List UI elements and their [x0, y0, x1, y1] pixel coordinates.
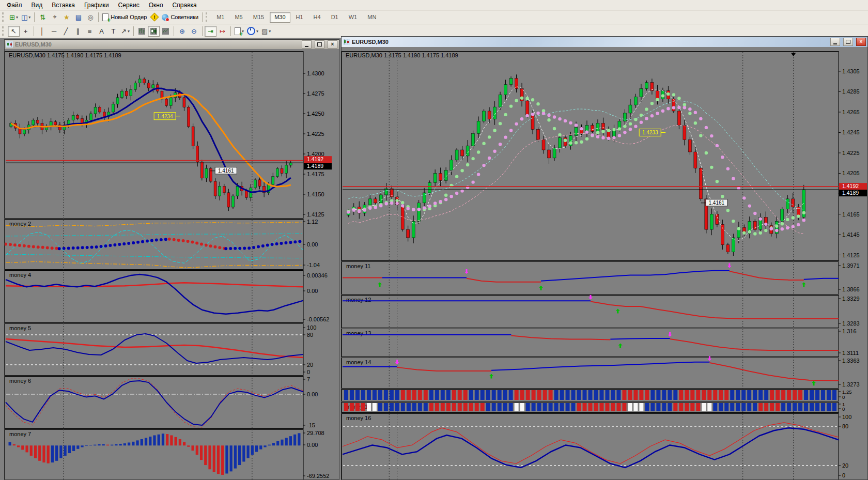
- svg-text:1.4265: 1.4265: [842, 109, 860, 115]
- text-tool-button[interactable]: A: [96, 26, 107, 37]
- expert-enable-button[interactable]: !: [148, 12, 160, 23]
- label-tool-icon: T: [112, 27, 116, 35]
- panel-money6[interactable]: [5, 377, 304, 429]
- terminal-button[interactable]: ▤: [72, 12, 84, 23]
- restore-button[interactable]: [315, 40, 324, 49]
- trendline-button[interactable]: ╱: [60, 26, 72, 37]
- svg-text:1.4305: 1.4305: [842, 68, 860, 74]
- timeframe-m30[interactable]: M30: [270, 12, 290, 23]
- candlestick-chart-button[interactable]: [148, 26, 160, 37]
- panel-main[interactable]: [342, 52, 839, 261]
- close-button[interactable]: ×: [856, 38, 866, 46]
- indicators-button[interactable]: +▾: [233, 26, 245, 37]
- svg-text:1.4192: 1.4192: [842, 183, 859, 189]
- toolbar-grip[interactable]: [2, 26, 6, 36]
- panel-money14[interactable]: [342, 358, 839, 389]
- chart-shift-button[interactable]: ↦: [216, 26, 228, 37]
- arrows-tool-icon: ↗: [121, 27, 127, 35]
- svg-text:1.4125: 1.4125: [307, 211, 324, 218]
- svg-text:1.4175: 1.4175: [307, 171, 324, 177]
- strategy-tester-button[interactable]: ◎: [84, 12, 96, 23]
- vertical-line-button[interactable]: │: [36, 26, 48, 37]
- new-chart-button[interactable]: ⊞▾: [8, 12, 20, 23]
- strategy-tester-icon: ◎: [87, 13, 93, 21]
- window-titlebar[interactable]: EURUSD,M30 ×: [342, 37, 867, 47]
- toolbar-separator: [230, 26, 231, 36]
- warning-icon: !: [150, 13, 159, 22]
- svg-text:0.00: 0.00: [307, 288, 318, 294]
- svg-text:20: 20: [842, 462, 848, 469]
- menu-item-view[interactable]: Вид: [27, 1, 48, 9]
- panel-money5[interactable]: [5, 324, 304, 376]
- menu-item-insert[interactable]: Вставка: [47, 1, 80, 9]
- toolbar-grip[interactable]: [206, 12, 209, 22]
- toolbar-grip[interactable]: [2, 12, 6, 22]
- dropdown-caret-icon: ▾: [269, 29, 271, 34]
- window-title: EURUSD,M30: [15, 41, 299, 48]
- toolbar-separator: [98, 12, 99, 22]
- menu-bar: ФайлВидВставкаГрафикиСервисОкноСправка: [0, 0, 868, 10]
- timeframe-h1[interactable]: H1: [291, 12, 308, 23]
- dropdown-caret-icon: ▾: [128, 29, 130, 34]
- window-titlebar[interactable]: EURUSD,M30 ×: [5, 40, 339, 49]
- channel-button[interactable]: ∥: [72, 26, 84, 37]
- svg-text:0.00346: 0.00346: [307, 272, 328, 278]
- data-window-icon: ⌖: [53, 13, 56, 21]
- bar-chart-button[interactable]: [136, 26, 148, 37]
- maximize-button[interactable]: [843, 38, 853, 46]
- dropdown-caret-icon: ▾: [256, 29, 258, 34]
- market-watch-button[interactable]: ⇅: [37, 12, 49, 23]
- svg-text:1.4161: 1.4161: [218, 168, 234, 174]
- menu-item-charts[interactable]: Графики: [80, 1, 114, 9]
- close-button[interactable]: ×: [328, 40, 337, 49]
- minimize-button[interactable]: [830, 38, 840, 46]
- panel-money4[interactable]: [5, 271, 304, 323]
- timeframe-mn[interactable]: MN: [363, 12, 381, 23]
- menu-item-file[interactable]: Файл: [2, 1, 27, 9]
- menu-item-window[interactable]: Окно: [144, 1, 168, 9]
- profiles-button[interactable]: ◫▾: [20, 12, 32, 23]
- toolbar-separator: [34, 26, 34, 36]
- svg-text:1.4192: 1.4192: [307, 156, 323, 162]
- templates-button[interactable]: ▨▾: [260, 26, 272, 37]
- periods-clock-icon: [247, 27, 255, 35]
- zoom-in-icon: ⊕: [179, 27, 185, 35]
- arrows-tool-button[interactable]: ↗▾: [119, 26, 131, 37]
- menu-item-service[interactable]: Сервис: [114, 1, 144, 9]
- new-order-button[interactable]: +Новый Ордер: [101, 12, 148, 23]
- data-window-button[interactable]: ⌖: [49, 12, 60, 23]
- timeframe-m15[interactable]: M15: [249, 12, 269, 23]
- zoom-in-button[interactable]: ⊕: [176, 26, 188, 37]
- right-chart-canvas[interactable]: 1.43051.42851.42651.42451.42251.42051.41…: [342, 47, 867, 479]
- horizontal-line-button[interactable]: ─: [48, 26, 60, 37]
- left-chart-canvas[interactable]: 1.43001.42751.42501.42251.42001.41751.41…: [5, 49, 339, 479]
- auto-scroll-button[interactable]: ⇥: [205, 26, 216, 37]
- timeframe-h4[interactable]: H4: [309, 12, 326, 23]
- label-tool-button[interactable]: T: [107, 26, 119, 37]
- crosshair-tool-button[interactable]: +: [20, 26, 32, 37]
- fibonacci-button[interactable]: ≡: [84, 26, 96, 37]
- panel-money16[interactable]: [342, 414, 839, 480]
- chart-window-left: EURUSD,M30 × 1.43001.42751.42501.42251.4…: [4, 39, 339, 480]
- crosshair-icon: +: [24, 27, 28, 35]
- panel-money13[interactable]: [342, 329, 839, 357]
- timeframe-m1[interactable]: M1: [212, 12, 229, 23]
- panel-main[interactable]: [5, 52, 304, 219]
- zoom-out-button[interactable]: ⊖: [188, 26, 200, 37]
- timeframe-w1[interactable]: W1: [344, 12, 362, 23]
- periods-button[interactable]: ▾: [245, 26, 260, 37]
- timeframe-m5[interactable]: M5: [230, 12, 247, 23]
- svg-text:1.4233: 1.4233: [642, 130, 658, 135]
- advisors-button[interactable]: Советники: [160, 12, 200, 23]
- navigator-button[interactable]: ★: [60, 12, 72, 23]
- line-chart-button[interactable]: [160, 26, 172, 37]
- menu-item-help[interactable]: Справка: [168, 1, 202, 9]
- cursor-tool-button[interactable]: ↖: [8, 26, 20, 37]
- bar-chart-icon: [138, 28, 145, 35]
- advisors-icon: [162, 14, 168, 21]
- svg-text:1.3283: 1.3283: [842, 320, 860, 327]
- minimize-button[interactable]: [302, 40, 312, 49]
- panel-money12[interactable]: [342, 296, 839, 328]
- toolbar-separator: [174, 26, 174, 36]
- timeframe-d1[interactable]: D1: [327, 12, 343, 23]
